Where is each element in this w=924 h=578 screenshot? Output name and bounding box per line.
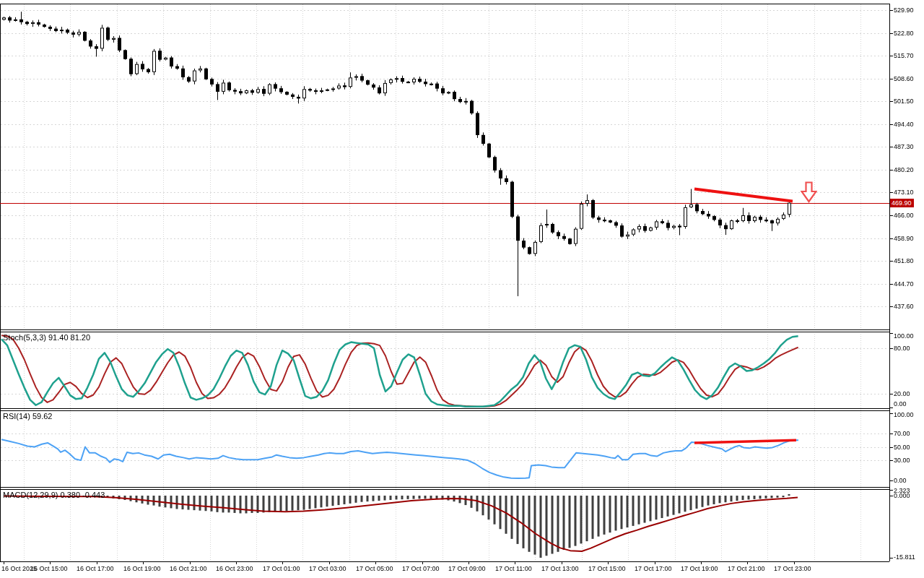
stochastic-label: Stoch(5,3,3) 91.40 81.20 (3, 333, 90, 342)
macd-label: MACD(12,29,9) 0.380 -0.443 (3, 491, 105, 499)
sell-signal-arrow-icon[interactable] (801, 181, 817, 203)
chart-canvas[interactable] (0, 0, 924, 578)
current-price-tag: 469.90 (890, 199, 914, 207)
rsi-label: RSI(14) 59.62 (3, 412, 52, 420)
trading-chart-window: 529.90522.80515.70508.60501.50494.40487.… (0, 0, 924, 578)
